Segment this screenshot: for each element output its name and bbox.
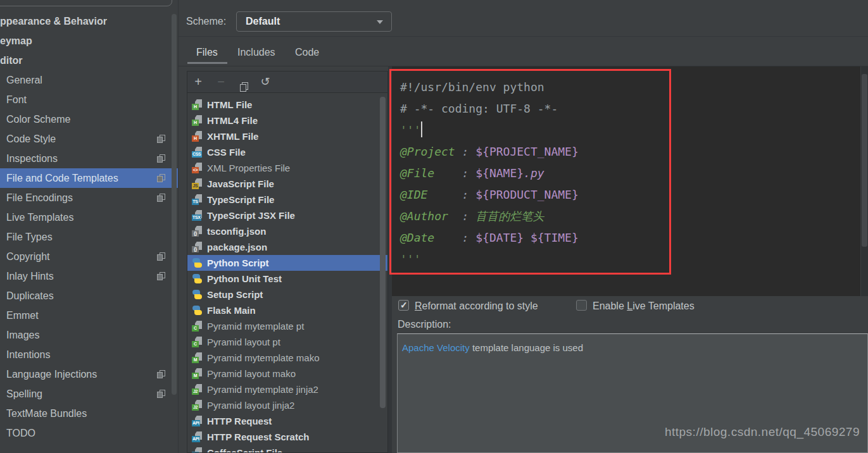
- file-type-icon: H: [192, 99, 203, 110]
- remove-template-button[interactable]: −: [213, 71, 229, 92]
- file-type-icon: C: [192, 337, 203, 347]
- per-project-settings-icon: [157, 194, 165, 202]
- sidebar-item-label: TODO: [6, 428, 35, 438]
- sidebar-item[interactable]: Intentions: [0, 345, 178, 364]
- sidebar-item[interactable]: Color Scheme: [0, 109, 178, 129]
- template-list-item[interactable]: API HTTP Request: [187, 413, 387, 429]
- template-name: Pyramid mytemplate pt: [207, 321, 304, 332]
- sidebar-item[interactable]: Code Style: [0, 129, 178, 149]
- file-type-icon: <>: [192, 163, 203, 173]
- code-token: # -*- coding: UTF-8 -*-: [400, 102, 558, 115]
- enable-live-templates-label[interactable]: Enable Live Templates: [593, 301, 695, 312]
- sidebar-item[interactable]: File Types: [0, 227, 178, 247]
- template-list-item[interactable]: TSX TypeScript JSX File: [187, 208, 387, 223]
- sidebar-item[interactable]: Language Injections: [0, 364, 178, 384]
- sidebar-item[interactable]: Spelling: [0, 384, 178, 404]
- file-type-icon: TS: [192, 194, 203, 205]
- template-list-item[interactable]: Setup Script: [187, 287, 387, 302]
- template-list-item[interactable]: M Pyramid mytemplate mako: [187, 350, 387, 366]
- sidebar-item[interactable]: TODO: [0, 423, 178, 443]
- template-list-item[interactable]: H HTML4 File: [187, 113, 387, 128]
- sidebar-item[interactable]: Emmet: [0, 306, 178, 325]
- reset-template-button[interactable]: ↺: [257, 71, 274, 92]
- reformat-checkbox-label[interactable]: Reformat according to style: [415, 301, 538, 312]
- sidebar-item-label: Inspections: [6, 153, 58, 164]
- template-name: Pyramid layout pt: [207, 337, 280, 347]
- tab-files[interactable]: Files: [196, 47, 218, 58]
- sidebar-item-label: Inlay Hints: [6, 271, 54, 282]
- template-name: HTML File: [207, 99, 252, 110]
- sidebar-item[interactable]: Duplicates: [0, 286, 178, 306]
- sidebar-item-label: Copyright: [6, 251, 49, 262]
- template-list-item[interactable]: C Pyramid mytemplate pt: [187, 318, 387, 334]
- sidebar-scrollbar[interactable]: [172, 14, 177, 395]
- sidebar-item[interactable]: File Encodings: [0, 188, 178, 208]
- editor-scrollbar-thumb[interactable]: [862, 74, 867, 247]
- template-list-item[interactable]: <> XML Properties File: [187, 160, 387, 176]
- settings-search-box[interactable]: [0, 0, 172, 6]
- apache-velocity-link[interactable]: Apache Velocity: [402, 342, 470, 353]
- sidebar-item[interactable]: Images: [0, 325, 178, 345]
- template-list-item[interactable]: J2 Pyramid mytemplate jinja2: [187, 382, 387, 397]
- template-name: TypeScript File: [207, 194, 274, 205]
- template-list-item[interactable]: H XHTML File: [187, 128, 387, 144]
- per-project-settings-icon: [157, 252, 165, 261]
- file-type-icon: [192, 273, 203, 284]
- template-list-item[interactable]: CSS CSS File: [187, 144, 387, 160]
- template-list-item[interactable]: {} tsconfig.json: [187, 223, 387, 239]
- template-list-item[interactable]: Python Script: [187, 255, 387, 271]
- label-text: eformat according to style: [422, 301, 538, 311]
- template-list-item[interactable]: Python Unit Test: [187, 271, 387, 287]
- sidebar-item-label: Duplicates: [6, 290, 54, 301]
- template-list-item[interactable]: JS JavaScript File: [187, 176, 387, 192]
- template-list-scrollbar[interactable]: [380, 97, 386, 408]
- template-editor[interactable]: #!/usr/bin/env python# -*- coding: UTF-8…: [392, 66, 868, 296]
- file-type-icon: {}: [192, 242, 203, 252]
- sidebar-item[interactable]: ppearance & Behavior: [0, 11, 178, 31]
- sidebar-item[interactable]: Live Templates: [0, 208, 178, 227]
- template-list-item[interactable]: {} package.json: [187, 239, 387, 255]
- editor-scrollbar-track[interactable]: [860, 66, 868, 296]
- sidebar-item[interactable]: Inlay Hints: [0, 266, 178, 286]
- sidebar-item[interactable]: ditor: [0, 51, 178, 70]
- code-token: :: [462, 145, 476, 158]
- tab-includes[interactable]: Includes: [237, 47, 275, 58]
- template-list-item[interactable]: H HTML File: [187, 97, 387, 113]
- copy-icon: [240, 82, 248, 92]
- enable-live-templates-checkbox[interactable]: [576, 300, 587, 311]
- file-type-icon: JS: [192, 178, 203, 189]
- copy-template-button[interactable]: [236, 71, 252, 92]
- per-project-settings-icon: [157, 154, 165, 163]
- sidebar-item[interactable]: General: [0, 70, 178, 90]
- sidebar-item-label: eymap: [0, 35, 32, 46]
- description-rest: template language is used: [470, 342, 583, 353]
- template-list-item[interactable]: J2 Pyramid layout jinja2: [187, 397, 387, 413]
- settings-dialog: ppearance & Behavior eymap ditor General…: [0, 0, 868, 453]
- template-list-item[interactable]: Flask Main: [187, 302, 387, 318]
- description-text: Apache Velocity template language is use…: [402, 342, 583, 353]
- sidebar-item[interactable]: File and Code Templates: [0, 168, 178, 188]
- sidebar-item[interactable]: eymap: [0, 31, 178, 51]
- file-type-icon: {}: [192, 226, 203, 237]
- reformat-checkbox[interactable]: [398, 300, 409, 311]
- file-type-icon: TSX: [192, 210, 203, 221]
- template-list: H HTML File H HTML4 File H XHTML File CS…: [187, 97, 387, 453]
- template-list-item[interactable]: M Pyramid layout mako: [187, 366, 387, 382]
- template-list-panel: + − ↺ H HTML File H HTML4 File H XHTML F…: [187, 71, 388, 453]
- per-project-settings-icon: [157, 272, 165, 280]
- scheme-dropdown[interactable]: Default: [236, 11, 392, 32]
- file-type-icon: H: [192, 131, 203, 142]
- template-name: package.json: [207, 242, 267, 252]
- template-list-item[interactable]: TS TypeScript File: [187, 192, 387, 208]
- template-name: Pyramid mytemplate mako: [207, 352, 320, 363]
- sidebar-item[interactable]: Font: [0, 90, 178, 109]
- sidebar-item[interactable]: TextMate Bundles: [0, 404, 178, 423]
- sidebar-item[interactable]: Copyright: [0, 247, 178, 266]
- sidebar-item[interactable]: Inspections: [0, 149, 178, 168]
- template-list-item[interactable]: C Pyramid layout pt: [187, 334, 387, 350]
- code-token: @File: [400, 166, 462, 180]
- tab-code[interactable]: Code: [295, 47, 319, 58]
- add-template-button[interactable]: +: [190, 71, 206, 92]
- template-list-item[interactable]: CS CoffeeScript File: [187, 445, 387, 453]
- template-list-item[interactable]: API HTTP Request Scratch: [187, 429, 387, 445]
